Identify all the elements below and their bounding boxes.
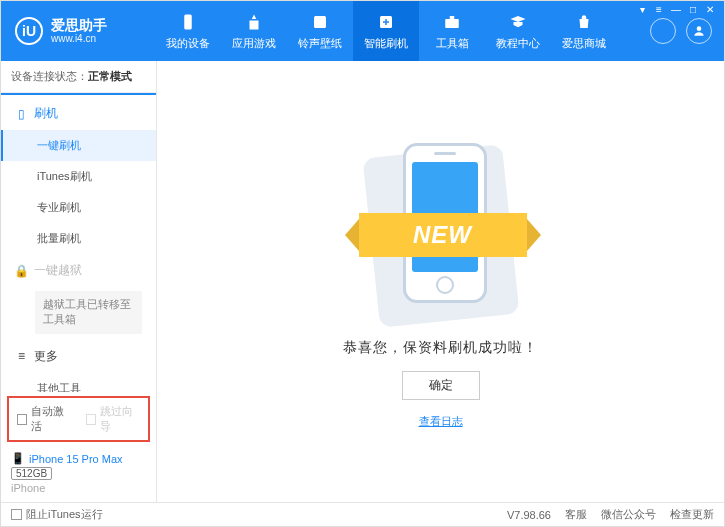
logo-icon: iU — [15, 17, 43, 45]
sidebar-section-more[interactable]: ≡ 更多 — [1, 340, 156, 373]
more-icon: ≡ — [15, 349, 28, 363]
app-header: iU 爱思助手 www.i4.cn 我的设备 应用游戏 铃声壁纸 智能刷机 — [1, 1, 724, 61]
svg-rect-4 — [450, 16, 455, 19]
flash-icon — [376, 12, 396, 32]
checkbox-icon — [11, 509, 22, 520]
checkbox-auto-activate[interactable]: 自动激活 — [17, 404, 72, 434]
nav-store[interactable]: 爱思商城 — [551, 1, 617, 61]
lock-icon: 🔒 — [15, 264, 28, 278]
sidebar-item-itunes[interactable]: iTunes刷机 — [1, 161, 156, 192]
version-label: V7.98.66 — [507, 509, 551, 521]
nav-label: 教程中心 — [496, 36, 540, 51]
device-type: iPhone — [11, 482, 146, 494]
phone-small-icon: 📱 — [11, 452, 25, 465]
svg-point-5 — [697, 26, 702, 31]
jailbreak-note: 越狱工具已转移至工具箱 — [35, 291, 142, 334]
view-log-link[interactable]: 查看日志 — [419, 414, 463, 429]
app-url: www.i4.cn — [51, 33, 107, 45]
store-icon — [574, 12, 594, 32]
ok-button[interactable]: 确定 — [402, 371, 480, 400]
sidebar-item-other[interactable]: 其他工具 — [1, 373, 156, 392]
download-button[interactable] — [650, 18, 676, 44]
nav-label: 我的设备 — [166, 36, 210, 51]
sidebar-section-flash[interactable]: ▯ 刷机 — [1, 93, 156, 130]
success-illustration: NEW — [361, 135, 521, 325]
wechat-link[interactable]: 微信公众号 — [601, 507, 656, 522]
sidebar-item-batch[interactable]: 批量刷机 — [1, 223, 156, 254]
top-nav: 我的设备 应用游戏 铃声壁纸 智能刷机 工具箱 教程中心 — [155, 1, 650, 61]
phone-icon: ▯ — [15, 107, 28, 121]
success-message: 恭喜您，保资料刷机成功啦！ — [343, 339, 538, 357]
device-name[interactable]: 📱 iPhone 15 Pro Max — [11, 452, 146, 465]
window-tool-icon[interactable]: ≡ — [652, 4, 666, 14]
nav-toolbox[interactable]: 工具箱 — [419, 1, 485, 61]
options-row: 自动激活 跳过向导 — [7, 396, 150, 442]
sidebar-section-jailbreak: 🔒 一键越狱 — [1, 254, 156, 287]
checkbox-block-itunes[interactable]: 阻止iTunes运行 — [11, 507, 103, 522]
nav-flash[interactable]: 智能刷机 — [353, 1, 419, 61]
nav-label: 应用游戏 — [232, 36, 276, 51]
checkbox-icon — [86, 414, 96, 425]
sidebar-item-oneclick[interactable]: 一键刷机 — [1, 130, 156, 161]
nav-tutorial[interactable]: 教程中心 — [485, 1, 551, 61]
app-logo: iU 爱思助手 www.i4.cn — [15, 17, 155, 46]
nav-ringtone[interactable]: 铃声壁纸 — [287, 1, 353, 61]
new-ribbon: NEW — [359, 213, 527, 257]
user-button[interactable] — [686, 18, 712, 44]
window-menu-icon[interactable]: ▾ — [635, 4, 649, 14]
apps-icon — [244, 12, 264, 32]
device-status: 设备连接状态：正常模式 — [1, 61, 156, 93]
checkbox-skip-guide: 跳过向导 — [86, 404, 141, 434]
nav-label: 铃声壁纸 — [298, 36, 342, 51]
window-minimize-icon[interactable]: — — [669, 4, 683, 14]
app-title: 爱思助手 — [51, 17, 107, 34]
svg-rect-3 — [445, 19, 459, 28]
sidebar-item-pro[interactable]: 专业刷机 — [1, 192, 156, 223]
checkbox-icon — [17, 414, 27, 425]
update-link[interactable]: 检查更新 — [670, 507, 714, 522]
tutorial-icon — [508, 12, 528, 32]
footer: 阻止iTunes运行 V7.98.66 客服 微信公众号 检查更新 — [1, 502, 724, 526]
toolbox-icon — [442, 12, 462, 32]
device-storage: 512GB — [11, 467, 52, 480]
nav-label: 智能刷机 — [364, 36, 408, 51]
nav-apps[interactable]: 应用游戏 — [221, 1, 287, 61]
svg-rect-0 — [184, 14, 192, 29]
nav-label: 爱思商城 — [562, 36, 606, 51]
svg-rect-1 — [314, 16, 326, 28]
ringtone-icon — [310, 12, 330, 32]
window-maximize-icon[interactable]: □ — [686, 4, 700, 14]
window-close-icon[interactable]: ✕ — [703, 4, 717, 14]
sidebar: 设备连接状态：正常模式 ▯ 刷机 一键刷机 iTunes刷机 专业刷机 批量刷机… — [1, 61, 157, 502]
nav-my-device[interactable]: 我的设备 — [155, 1, 221, 61]
support-link[interactable]: 客服 — [565, 507, 587, 522]
device-info: 📱 iPhone 15 Pro Max 512GB iPhone — [1, 446, 156, 502]
device-icon — [178, 12, 198, 32]
nav-label: 工具箱 — [436, 36, 469, 51]
main-content: NEW 恭喜您，保资料刷机成功啦！ 确定 查看日志 — [157, 61, 724, 502]
